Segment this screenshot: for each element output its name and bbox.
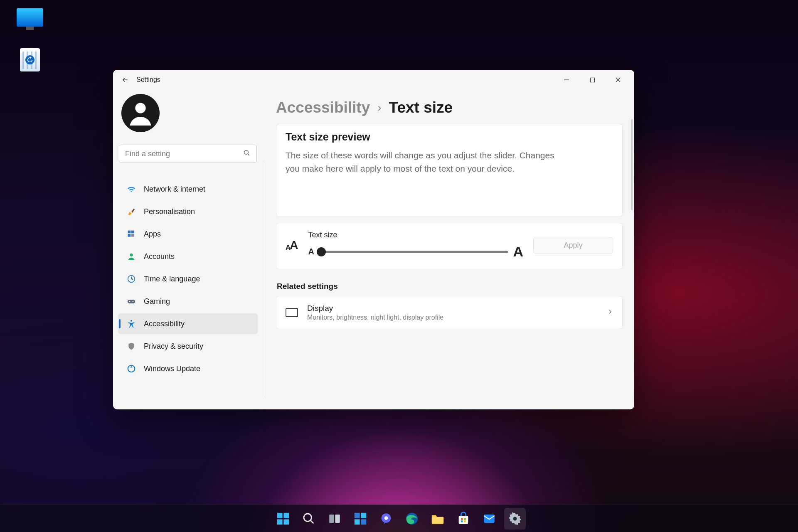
taskbar-settings[interactable] (504, 508, 526, 530)
nav: Network & internet Personalisation Apps … (118, 179, 258, 379)
titlebar: Settings (113, 70, 634, 90)
person-icon (126, 98, 155, 128)
scrollbar[interactable] (631, 119, 633, 210)
taskbar-edge[interactable] (401, 508, 423, 530)
apps-icon (126, 229, 136, 239)
nav-apps[interactable]: Apps (118, 224, 258, 244)
gamepad-icon (126, 296, 136, 306)
slider-label: Text size (308, 231, 523, 239)
mail-icon (482, 512, 496, 526)
text-size-slider-card: AA Text size A A Apply (276, 223, 623, 269)
svg-point-11 (133, 301, 134, 302)
maximize-button[interactable] (579, 71, 605, 89)
edge-icon (405, 512, 419, 526)
taskbar-explorer[interactable] (427, 508, 448, 530)
svg-rect-9 (128, 300, 135, 303)
accessibility-icon (126, 319, 136, 329)
related-display-card[interactable]: Display Monitors, brightness, night ligh… (276, 296, 623, 329)
search-box[interactable] (119, 145, 257, 163)
taskbar (0, 505, 798, 532)
svg-point-26 (384, 516, 388, 520)
nav-label: Windows Update (144, 365, 200, 373)
start-button[interactable] (272, 508, 294, 530)
text-size-preview-card: Text size preview The size of these word… (276, 124, 623, 217)
search-icon (243, 149, 251, 158)
nav-label: Network & internet (144, 185, 205, 194)
svg-rect-28 (432, 517, 443, 523)
search-input[interactable] (125, 150, 243, 158)
minimize-icon (564, 77, 569, 83)
taskbar-chat[interactable] (375, 508, 397, 530)
nav-accessibility[interactable]: Accessibility (118, 313, 258, 334)
content: Accessibility › Text size Text size prev… (263, 90, 634, 409)
globe-clock-icon (126, 274, 136, 284)
nav-label: Accounts (144, 252, 175, 261)
taskbar-widgets[interactable] (350, 508, 371, 530)
svg-rect-5 (128, 234, 131, 237)
svg-rect-33 (464, 520, 466, 522)
gear-icon (508, 512, 522, 526)
nav-personalisation[interactable]: Personalisation (118, 201, 258, 222)
text-size-slider[interactable] (319, 247, 508, 257)
preview-heading: Text size preview (286, 131, 613, 143)
svg-point-36 (513, 517, 517, 520)
taskbar-search[interactable] (298, 508, 320, 530)
svg-rect-15 (283, 512, 289, 518)
windows-icon (276, 512, 290, 526)
minimize-button[interactable] (554, 71, 579, 89)
paintbrush-icon (126, 207, 136, 217)
sidebar: Network & internet Personalisation Apps … (113, 90, 263, 409)
svg-point-7 (130, 254, 133, 256)
svg-rect-24 (361, 519, 366, 525)
svg-rect-4 (131, 231, 134, 234)
chevron-right-icon: › (377, 101, 381, 114)
task-view[interactable] (324, 508, 345, 530)
widgets-icon (353, 512, 367, 526)
text-size-icon: AA (286, 239, 298, 252)
scale-min-label: A (308, 247, 314, 256)
svg-rect-30 (461, 518, 463, 520)
svg-point-18 (304, 513, 311, 521)
svg-rect-16 (277, 519, 283, 525)
taskbar-store[interactable] (453, 508, 474, 530)
taskbar-mail[interactable] (478, 508, 500, 530)
preview-body: The size of these words will change as y… (286, 149, 560, 175)
nav-label: Time & language (144, 275, 200, 283)
related-title: Display (307, 304, 598, 313)
nav-label: Accessibility (144, 320, 185, 328)
breadcrumb-root[interactable]: Accessibility (276, 99, 370, 116)
svg-point-2 (244, 150, 249, 155)
svg-rect-19 (329, 515, 334, 523)
svg-point-10 (129, 301, 131, 302)
nav-time-language[interactable]: Time & language (118, 268, 258, 289)
user-avatar[interactable] (121, 94, 160, 132)
nav-accounts[interactable]: Accounts (118, 246, 258, 267)
monitor-icon (17, 8, 43, 27)
slider-thumb[interactable] (317, 247, 326, 256)
close-button[interactable] (605, 71, 631, 89)
nav-windows-update[interactable]: Windows Update (118, 358, 258, 379)
svg-rect-6 (131, 234, 134, 237)
back-button[interactable] (118, 73, 132, 87)
arrow-left-icon (121, 76, 129, 84)
desktop: Settings (0, 0, 798, 532)
close-icon (615, 77, 621, 83)
svg-rect-14 (277, 512, 283, 518)
page-title: Text size (389, 99, 453, 116)
nav-gaming[interactable]: Gaming (118, 291, 258, 312)
related-subtitle: Monitors, brightness, night light, displ… (307, 314, 598, 321)
desktop-icon-this-pc[interactable] (11, 8, 49, 27)
svg-rect-31 (464, 518, 466, 520)
chat-icon (379, 512, 393, 526)
nav-label: Personalisation (144, 207, 195, 216)
nav-network-internet[interactable]: Network & internet (118, 179, 258, 200)
search-icon (302, 512, 316, 526)
desktop-icon-recycle-bin[interactable] (11, 48, 49, 71)
svg-point-1 (135, 103, 145, 113)
svg-rect-17 (283, 519, 289, 525)
desktop-icons (11, 8, 49, 71)
store-icon (456, 512, 470, 526)
nav-label: Apps (144, 230, 161, 239)
svg-rect-21 (355, 512, 360, 518)
nav-privacy-security[interactable]: Privacy & security (118, 336, 258, 357)
